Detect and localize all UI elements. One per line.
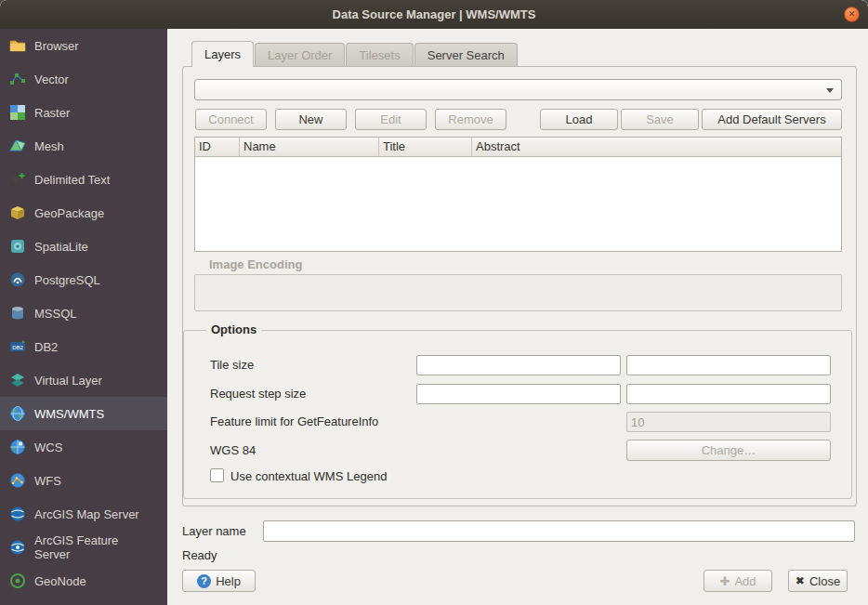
sidebar-item-browser[interactable]: Browser	[0, 29, 167, 62]
change-crs-button: Change…	[626, 440, 831, 461]
mesh-icon	[9, 138, 26, 154]
sidebar-item-label: GeoNode	[34, 574, 86, 588]
column-header-id[interactable]: ID	[195, 138, 240, 156]
sidebar-item-label: SpatiaLite	[34, 240, 88, 254]
column-header-abstract[interactable]: Abstract	[472, 138, 841, 156]
close-button-label: Close	[809, 574, 840, 588]
help-button[interactable]: ? Help	[182, 570, 256, 592]
load-button[interactable]: Load	[540, 109, 618, 130]
sidebar-item-wfs[interactable]: WFS	[0, 464, 167, 497]
tab-tilesets: Tilesets	[346, 43, 413, 67]
window-close-button[interactable]: ✕	[844, 7, 860, 22]
spatialite-icon	[9, 238, 26, 255]
contextual-legend-checkbox[interactable]	[210, 468, 224, 482]
save-button: Save	[621, 109, 699, 130]
tab-layers[interactable]: Layers	[191, 41, 254, 67]
dropdown-arrow-icon	[826, 88, 834, 93]
arcgis-feature-server-icon	[9, 539, 26, 556]
main-panel: Layers Layer Order Tilesets Server Searc…	[167, 29, 868, 605]
sidebar-item-wms-wmts[interactable]: WMS/WMTS	[0, 397, 167, 430]
contextual-legend-label: Use contextual WMS Legend	[230, 469, 387, 483]
connection-select[interactable]	[194, 79, 842, 100]
data-source-manager-window: Data Source Manager | WMS/WMTS ✕ Browser…	[0, 0, 868, 605]
sidebar-item-label: WMS/WMTS	[34, 407, 104, 421]
close-button[interactable]: ✖ Close	[788, 570, 848, 592]
add-icon: ✚	[719, 574, 730, 588]
options-group: Options Tile size Request step size Feat…	[183, 330, 852, 499]
sidebar-item-label: WFS	[34, 474, 61, 488]
add-button: ✚ Add	[704, 570, 772, 592]
sidebar-item-label: Vector	[34, 72, 69, 86]
sidebar-item-db2[interactable]: DB2 DB2	[0, 330, 167, 363]
sidebar-item-spatialite[interactable]: SpatiaLite	[0, 230, 167, 263]
tile-size-width-input[interactable]	[416, 355, 621, 375]
tile-size-height-input[interactable]	[626, 355, 831, 375]
connect-button: Connect	[195, 109, 267, 130]
add-default-servers-button[interactable]: Add Default Servers	[702, 109, 842, 130]
layer-name-label: Layer name	[182, 524, 246, 538]
layer-name-input[interactable]	[263, 520, 855, 542]
tab-layer-order: Layer Order	[255, 43, 345, 67]
globe-wcs-icon	[9, 439, 26, 455]
request-step-label: Request step size	[210, 387, 306, 401]
sidebar-item-label: PostgreSQL	[34, 273, 100, 287]
virtual-layer-icon	[9, 372, 26, 388]
sidebar-item-delimited-text[interactable]: Delimited Text	[0, 163, 167, 196]
sidebar-item-vector[interactable]: Vector	[0, 62, 167, 96]
column-header-title[interactable]: Title	[379, 138, 472, 156]
options-title: Options	[206, 322, 261, 336]
tab-server-search[interactable]: Server Search	[414, 43, 518, 67]
new-button[interactable]: New	[275, 109, 347, 130]
sidebar-item-label: Browser	[34, 39, 79, 53]
help-button-label: Help	[216, 574, 241, 588]
window-title: Data Source Manager | WMS/WMTS	[333, 7, 536, 21]
tile-size-label: Tile size	[210, 358, 254, 372]
tab-bar: Layers Layer Order Tilesets Server Searc…	[191, 43, 519, 67]
layers-table[interactable]: ID Name Title Abstract	[194, 137, 842, 252]
close-icon: ✖	[796, 574, 805, 587]
sidebar-item-arcgis-feature-server[interactable]: ArcGIS Feature Server	[0, 531, 167, 564]
sidebar-item-wcs[interactable]: WCS	[0, 430, 167, 464]
titlebar[interactable]: Data Source Manager | WMS/WMTS ✕	[0, 0, 868, 30]
image-encoding-title: Image Encoding	[209, 257, 302, 271]
add-button-label: Add	[734, 574, 756, 588]
sidebar-item-geopackage[interactable]: GeoPackage	[0, 196, 167, 230]
sidebar-item-label: DB2	[34, 340, 58, 354]
sidebar-item-geonode[interactable]: GeoNode	[0, 564, 167, 598]
sidebar-item-arcgis-map-server[interactable]: ArcGIS Map Server	[0, 497, 167, 531]
request-step-width-input[interactable]	[416, 384, 621, 404]
globe-wms-icon	[9, 405, 26, 422]
sidebar-item-label: Raster	[34, 106, 70, 120]
globe-wfs-icon	[9, 472, 26, 489]
arcgis-map-server-icon	[9, 506, 26, 522]
postgresql-icon	[9, 271, 26, 288]
vector-icon	[9, 71, 26, 87]
mssql-icon	[9, 305, 26, 322]
remove-button: Remove	[435, 109, 506, 130]
sidebar-item-raster[interactable]: Raster	[0, 96, 167, 129]
image-encoding-panel	[194, 274, 842, 311]
sidebar-item-label: ArcGIS Feature Server	[34, 533, 153, 561]
sidebar-item-label: ArcGIS Map Server	[34, 507, 139, 521]
column-header-name[interactable]: Name	[240, 138, 379, 156]
geopackage-icon	[9, 204, 26, 221]
svg-text:DB2: DB2	[12, 345, 23, 350]
sidebar-item-mesh[interactable]: Mesh	[0, 129, 167, 163]
layers-table-header: ID Name Title Abstract	[195, 138, 841, 157]
status-text: Ready	[182, 548, 217, 562]
comma-icon	[9, 171, 26, 188]
help-icon: ?	[197, 574, 211, 588]
sidebar-item-label: WCS	[34, 441, 62, 454]
sidebar-item-label: MSSQL	[34, 307, 77, 321]
sidebar-item-mssql[interactable]: MSSQL	[0, 296, 167, 330]
sidebar-item-label: GeoPackage	[34, 206, 104, 220]
geonode-icon	[9, 572, 26, 589]
window-close-icon: ✕	[848, 10, 856, 19]
edit-button: Edit	[355, 109, 427, 130]
feature-limit-label: Feature limit for GetFeatureInfo	[210, 414, 378, 428]
request-step-height-input[interactable]	[626, 384, 831, 404]
sidebar-item-postgresql[interactable]: PostgreSQL	[0, 263, 167, 296]
db2-icon: DB2	[9, 338, 26, 355]
sidebar-item-label: Virtual Layer	[34, 374, 102, 388]
sidebar-item-virtual-layer[interactable]: Virtual Layer	[0, 363, 167, 397]
